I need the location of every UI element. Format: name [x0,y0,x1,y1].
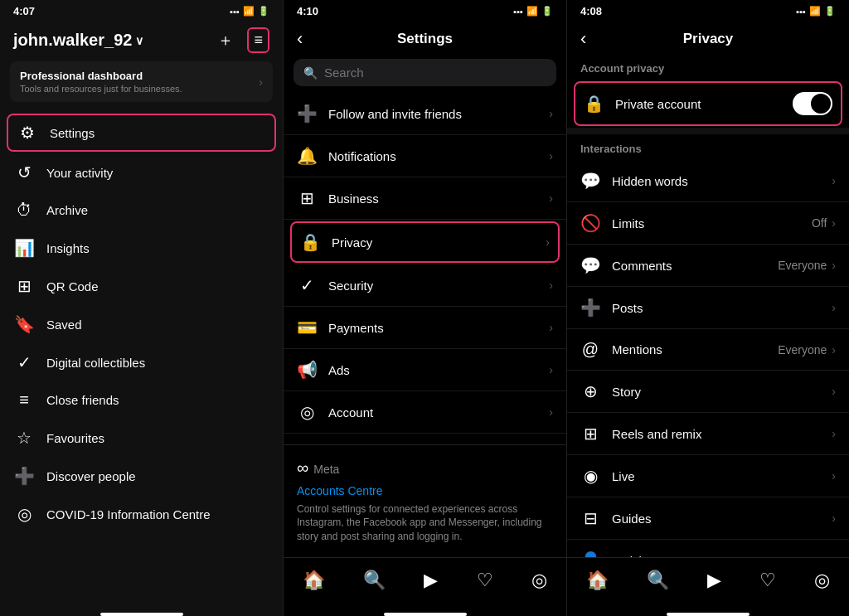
privacy-item-story[interactable]: ⊕ Story › [567,371,849,413]
reels-nav-btn-right[interactable]: ▶ [701,566,728,594]
privacy-item-live[interactable]: ◉ Live › [567,455,849,497]
limits-chevron-icon: › [832,216,836,230]
settings-item-payments[interactable]: 💳 Payments › [284,307,566,349]
discover-icon: ➕ [13,466,35,486]
back-button-middle[interactable]: ‹ [297,28,303,50]
settings-item-notifications[interactable]: 🔔 Notifications › [284,135,566,177]
search-nav-btn-right[interactable]: 🔍 [640,566,676,594]
private-account-toggle[interactable] [793,92,832,115]
business-icon: ⊞ [297,188,317,208]
nav-label-closefriends: Close friends [46,393,119,407]
meta-description: Control settings for connected experienc… [297,502,553,544]
nav-item-favourites[interactable]: ☆ Favourites [0,419,283,457]
heart-nav-btn-right[interactable]: ♡ [753,566,783,594]
accounts-centre-link[interactable]: Accounts Centre [297,484,553,497]
closefriends-icon: ≡ [13,390,35,410]
privacy-chevron-icon: › [546,235,550,249]
story-icon: ⊕ [580,381,600,401]
guides-chevron-icon: › [832,512,836,525]
right-panel: 4:08 ▪▪▪ 📶 🔋 ‹ Privacy Account privacy 🔒… [567,0,849,616]
settings-item-security[interactable]: ✓ Security › [284,264,566,307]
add-button[interactable]: ＋ [216,27,235,53]
back-button-right[interactable]: ‹ [580,28,586,50]
security-label: Security [328,279,373,293]
nav-item-saved[interactable]: 🔖 Saved [0,305,283,343]
nav-item-settings[interactable]: ⚙ Settings [7,114,276,152]
nav-list: ⚙ Settings ↺ Your activity ⏱ Archive 📊 I… [0,109,283,608]
meta-brand: Meta [313,463,339,476]
profile-nav-btn-right[interactable]: ◎ [808,566,837,594]
ads-label: Ads [328,363,350,377]
account-icon: ◎ [297,402,317,422]
settings-item-ads[interactable]: 📢 Ads › [284,349,566,391]
mentions-label: Mentions [612,342,662,357]
limits-label: Limits [612,216,644,230]
status-bar-right: 4:08 ▪▪▪ 📶 🔋 [567,0,849,21]
username-chevron-icon[interactable]: ∨ [135,34,143,47]
hamburger-button[interactable]: ≡ [247,27,269,53]
settings-item-follow[interactable]: ➕ Follow and invite friends › [284,93,566,135]
settings-item-help[interactable]: ❓ Help › [284,434,566,444]
privacy-item-posts[interactable]: ➕ Posts › [567,287,849,329]
privacy-item-activity-status[interactable]: 👤 Activity status › [567,540,849,557]
archive-icon: ⏱ [13,201,35,220]
nav-item-closefriends[interactable]: ≡ Close friends [0,381,283,419]
settings-item-account[interactable]: ◎ Account › [284,391,566,434]
right-header: ‹ Privacy [567,21,849,54]
nav-label-discover: Discover people [46,469,136,483]
reels-nav-btn[interactable]: ▶ [417,566,444,594]
nav-item-covid[interactable]: ◎ COVID-19 Information Centre [0,495,283,533]
dashboard-subtitle: Tools and resources just for businesses. [20,84,182,94]
nav-item-discover[interactable]: ➕ Discover people [0,457,283,495]
time-left: 4:07 [13,5,35,17]
bottom-nav-right: 🏠 🔍 ▶ ♡ ◎ [567,557,849,608]
private-account-label: Private account [615,97,701,111]
privacy-item-comments[interactable]: 💬 Comments Everyone › [567,245,849,287]
limits-icon: 🚫 [580,213,600,233]
heart-nav-btn[interactable]: ♡ [470,566,500,594]
privacy-item-guides[interactable]: ⊟ Guides › [567,497,849,540]
privacy-item-limits[interactable]: 🚫 Limits Off › [567,202,849,245]
nav-label-archive: Archive [46,203,88,217]
left-panel: 4:07 ▪▪▪ 📶 🔋 john.walker_92 ∨ ＋ ≡ Profes… [0,0,284,616]
professional-dashboard[interactable]: Professional dashboard Tools and resourc… [10,61,273,102]
left-header: john.walker_92 ∨ ＋ ≡ [0,21,283,61]
status-icons-left: ▪▪▪ 📶 🔋 [230,6,269,17]
mentions-icon: @ [580,340,600,359]
nav-item-qrcode[interactable]: ⊞ QR Code [0,267,283,305]
account-chevron-icon: › [549,405,553,419]
nav-label-qrcode: QR Code [46,279,99,293]
live-label: Live [612,469,635,483]
nav-label-insights: Insights [46,241,90,255]
privacy-item-mentions[interactable]: @ Mentions Everyone › [567,329,849,371]
settings-item-business[interactable]: ⊞ Business › [284,177,566,220]
nav-item-digital[interactable]: ✓ Digital collectibles [0,343,283,381]
middle-header: ‹ Settings [284,21,566,54]
privacy-item-hidden-words[interactable]: 💬 Hidden words › [567,160,849,202]
search-input[interactable] [324,65,546,80]
search-nav-btn[interactable]: 🔍 [357,566,392,594]
ads-icon: 📢 [297,360,317,380]
business-label: Business [328,192,379,206]
private-account-item[interactable]: 🔒 Private account [574,81,842,126]
live-chevron-icon: › [832,469,836,483]
nav-item-archive[interactable]: ⏱ Archive [0,192,283,229]
nav-item-insights[interactable]: 📊 Insights [0,229,283,267]
privacy-item-reels[interactable]: ⊞ Reels and remix › [567,413,849,455]
settings-item-privacy[interactable]: 🔒 Privacy › [290,221,560,263]
account-label: Account [328,405,373,420]
mentions-value: Everyone [778,343,827,357]
nav-label-saved: Saved [46,318,82,332]
payments-label: Payments [328,321,384,335]
settings-list: ➕ Follow and invite friends › 🔔 Notifica… [284,93,566,444]
profile-nav-btn[interactable]: ◎ [525,566,554,594]
business-chevron-icon: › [549,192,553,205]
nav-item-activity[interactable]: ↺ Your activity [0,153,283,192]
home-nav-btn[interactable]: 🏠 [296,566,332,594]
status-bar-middle: 4:10 ▪▪▪ 📶 🔋 [284,0,566,21]
posts-chevron-icon: › [832,301,836,314]
settings-icon: ⚙ [17,123,38,143]
home-indicator-middle [384,613,467,616]
follow-chevron-icon: › [549,107,553,120]
home-nav-btn-right[interactable]: 🏠 [580,566,615,594]
